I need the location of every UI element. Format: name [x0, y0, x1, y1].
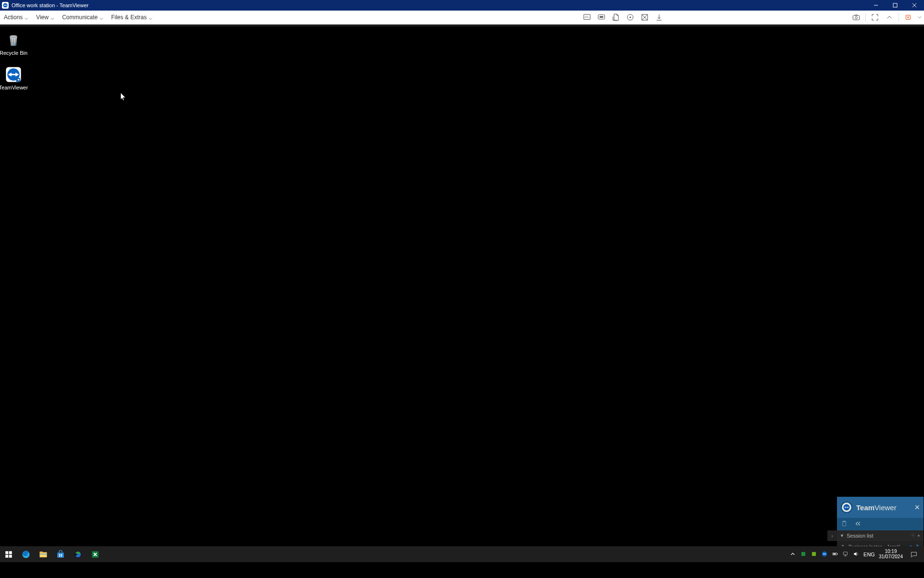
chevron-down-icon[interactable]: ▼ [917, 534, 921, 538]
taskbar-app-office[interactable] [69, 546, 87, 562]
toolbar-divider [865, 13, 866, 22]
svg-rect-14 [853, 15, 860, 20]
collapse-left-icon[interactable] [854, 520, 861, 528]
chevron-down-icon [100, 15, 103, 19]
tray-security-icon[interactable] [800, 551, 807, 558]
tray-nvidia-icon[interactable] [811, 551, 817, 558]
tv-panel-brand: TeamViewer [856, 503, 897, 512]
taskbar-app-edge[interactable] [17, 546, 35, 562]
svg-rect-40 [61, 555, 62, 556]
desktop-icon-recycle-bin[interactable]: Recycle Bin [0, 31, 32, 56]
chevron-down-icon [25, 15, 28, 19]
remote-desktop-viewport[interactable]: Recycle Bin TeamViewer [0, 25, 924, 578]
taskbar-app-store[interactable] [52, 546, 69, 562]
tv-panel-brand-bold: Team [856, 503, 874, 512]
svg-rect-47 [837, 553, 837, 554]
tv-session-list-title: Session list [847, 533, 874, 539]
desktop-icon-label: TeamViewer [0, 85, 32, 90]
svg-rect-2 [893, 3, 897, 7]
screenshot-icon[interactable] [849, 11, 863, 25]
svg-point-15 [855, 17, 858, 19]
svg-rect-39 [59, 555, 60, 556]
svg-rect-29 [9, 551, 12, 554]
tray-time: 10:19 [885, 549, 897, 554]
tv-panel-action-strip [837, 518, 924, 530]
svg-rect-30 [5, 554, 8, 557]
svg-rect-48 [833, 553, 836, 554]
menu-view[interactable]: View [36, 14, 54, 21]
window-titlebar: Office work station - TeamViewer [0, 0, 924, 11]
monitor-switch-icon[interactable] [594, 11, 609, 25]
whiteboard-icon[interactable] [637, 11, 652, 25]
svg-rect-43 [801, 552, 805, 555]
system-tray[interactable]: ENG 10:19 31/07/2024 [789, 546, 924, 562]
taskbar-app-file-explorer[interactable] [35, 546, 52, 562]
remote-desktop[interactable]: Recycle Bin TeamViewer [0, 26, 924, 562]
action-center-icon[interactable] [907, 546, 921, 562]
tray-clock[interactable]: 10:19 31/07/2024 [879, 549, 903, 559]
end-session-chevron-icon[interactable] [915, 11, 924, 25]
chevron-down-icon [149, 15, 152, 19]
tray-teamviewer-icon[interactable] [821, 551, 828, 558]
menu-files-extras-label: Files & Extras [111, 14, 147, 21]
file-transfer-icon[interactable] [609, 11, 623, 25]
svg-rect-35 [40, 553, 47, 554]
tray-date: 31/07/2024 [879, 554, 903, 560]
end-session-icon[interactable] [901, 11, 915, 25]
tray-network-icon[interactable] [842, 551, 849, 558]
triangle-down-icon: ▼ [840, 533, 844, 538]
download-icon[interactable] [652, 11, 666, 25]
remote-taskbar[interactable]: ENG 10:19 31/07/2024 [0, 546, 924, 562]
menu-files-extras[interactable]: Files & Extras [111, 14, 152, 21]
taskbar-app-excel[interactable] [87, 546, 104, 562]
dashboard-icon[interactable] [580, 11, 594, 25]
menu-view-label: View [36, 14, 49, 21]
tray-battery-icon[interactable] [832, 551, 838, 558]
desktop-icon-teamviewer[interactable]: TeamViewer [0, 66, 32, 90]
minimize-button[interactable] [866, 0, 886, 11]
teamviewer-app-icon [5, 66, 22, 83]
svg-rect-34 [40, 552, 43, 553]
svg-rect-28 [5, 551, 8, 554]
window-title: Office work station - TeamViewer [12, 2, 88, 8]
svg-point-19 [10, 35, 17, 38]
close-button[interactable] [905, 0, 924, 11]
menu-communicate-label: Communicate [62, 14, 98, 21]
menu-actions[interactable]: Actions [4, 14, 28, 21]
svg-rect-36 [57, 553, 64, 558]
menu-communicate[interactable]: Communicate [62, 14, 103, 21]
svg-rect-38 [61, 554, 62, 555]
tv-panel-header[interactable]: TeamViewer × [837, 497, 924, 518]
maximize-button[interactable] [886, 0, 905, 11]
svg-rect-37 [59, 554, 60, 555]
svg-rect-31 [9, 554, 12, 557]
tray-chevron-up-icon[interactable] [789, 551, 796, 558]
svg-point-12 [630, 17, 631, 18]
toolbar: Actions View Communicate Files & Extras [0, 11, 924, 25]
tray-volume-icon[interactable] [853, 551, 860, 558]
svg-rect-33 [40, 552, 47, 557]
minimize-toolbar-icon[interactable] [882, 11, 897, 25]
start-button[interactable] [0, 546, 17, 562]
svg-rect-44 [812, 552, 816, 555]
svg-point-26 [912, 535, 914, 536]
chevron-down-icon [50, 15, 54, 19]
mouse-cursor-icon [121, 93, 126, 101]
desktop-icon-label: Recycle Bin [0, 50, 32, 56]
fullscreen-icon[interactable] [868, 11, 882, 25]
teamviewer-logo-icon [841, 502, 852, 513]
tv-panel-brand-light: Viewer [874, 503, 897, 512]
recycle-bin-icon [5, 31, 22, 49]
close-icon[interactable]: × [914, 503, 920, 512]
tray-language-indicator[interactable]: ENG [863, 552, 875, 557]
svg-rect-10 [599, 16, 603, 18]
record-icon[interactable] [623, 11, 637, 25]
gear-icon[interactable] [911, 533, 915, 539]
tv-session-list-header[interactable]: › ▼ Session list ▼ [837, 530, 924, 541]
teamviewer-logo-icon [2, 2, 9, 9]
svg-rect-49 [843, 552, 847, 554]
clipboard-icon[interactable] [841, 520, 848, 528]
expand-right-icon[interactable]: › [827, 530, 837, 541]
menu-actions-label: Actions [4, 14, 23, 21]
toolbar-divider [899, 13, 899, 22]
